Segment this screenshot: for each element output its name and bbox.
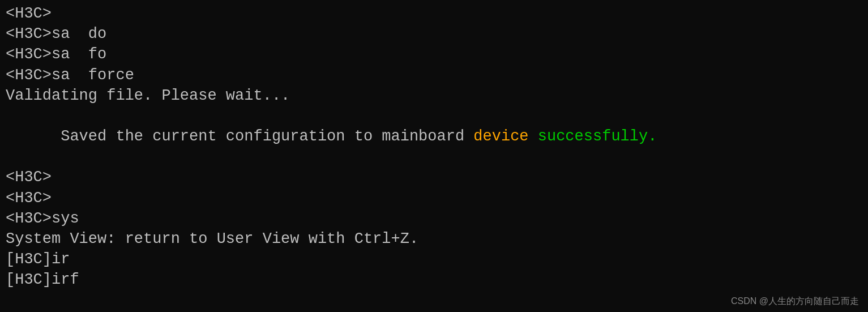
terminal-line-2: <H3C>sa do: [6, 24, 862, 44]
terminal-line-7: <H3C>: [6, 167, 862, 187]
terminal-line-1: <H3C>: [6, 3, 862, 24]
terminal-line-4: <H3C>sa force: [6, 65, 862, 86]
terminal-line-12: [H3C]irf: [6, 270, 862, 290]
terminal-line-11: [H3C]ir: [6, 249, 862, 270]
terminal-line-9: <H3C>sys: [6, 208, 862, 229]
terminal-output: <H3C> <H3C>sa do <H3C>sa fo <H3C>sa forc…: [6, 3, 862, 312]
terminal-line-10: System View: return to User View with Ct…: [6, 229, 862, 249]
terminal-line-8: <H3C>: [6, 188, 862, 208]
watermark: CSDN @人生的方向随自己而走: [731, 295, 859, 307]
terminal-line-5: Validating file. Please wait...: [6, 86, 862, 106]
terminal-line-3: <H3C>sa fo: [6, 44, 862, 65]
terminal-line-6: Saved the current configuration to mainb…: [6, 106, 862, 168]
terminal-window: <H3C> <H3C>sa do <H3C>sa fo <H3C>sa forc…: [0, 0, 868, 312]
